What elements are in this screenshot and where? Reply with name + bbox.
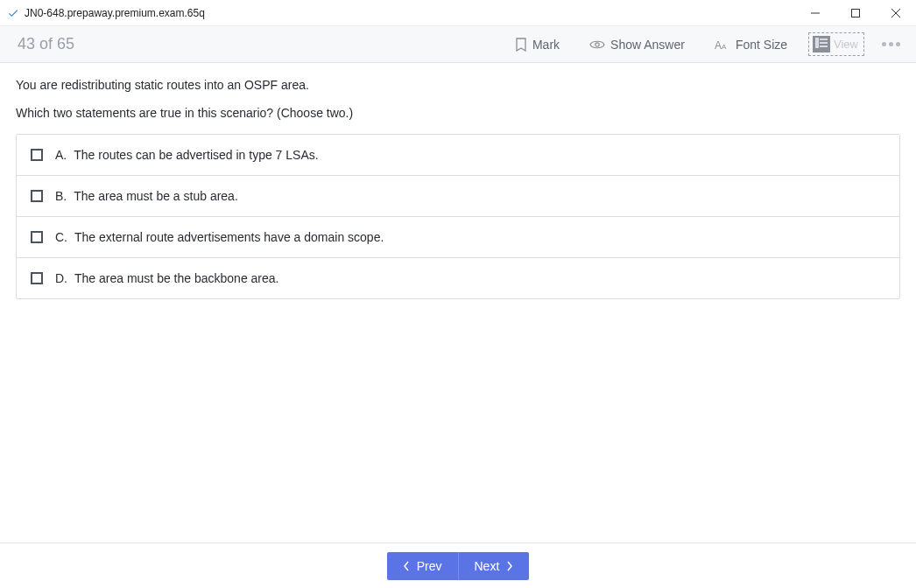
checkbox-icon[interactable] bbox=[31, 231, 43, 243]
app-logo-icon bbox=[7, 7, 19, 19]
answer-label: B.The area must be a stub area. bbox=[55, 189, 238, 203]
close-button[interactable] bbox=[876, 0, 916, 26]
minimize-button[interactable] bbox=[795, 0, 835, 26]
answer-label: A.The routes can be advertised in type 7… bbox=[55, 148, 319, 162]
footer: Prev Next bbox=[0, 542, 916, 588]
maximize-button[interactable] bbox=[835, 0, 876, 26]
answer-letter: C. bbox=[55, 230, 67, 244]
answer-text: The routes can be advertised in type 7 L… bbox=[74, 148, 318, 162]
mark-label: Mark bbox=[532, 38, 560, 52]
answer-letter: B. bbox=[55, 189, 67, 203]
close-icon bbox=[891, 9, 900, 18]
answer-letter: A. bbox=[55, 148, 67, 162]
question-line1: You are redistributing static routes int… bbox=[16, 75, 900, 94]
checkbox-icon[interactable] bbox=[31, 149, 43, 161]
checkbox-icon[interactable] bbox=[31, 272, 43, 284]
answer-option[interactable]: D.The area must be the backbone area. bbox=[17, 258, 899, 298]
answer-label: C.The external route advertisements have… bbox=[55, 230, 384, 244]
view-icon bbox=[815, 38, 828, 48]
view-button[interactable]: View bbox=[808, 32, 864, 56]
mark-button[interactable]: Mark bbox=[506, 32, 568, 57]
question-line2: Which two statements are true in this sc… bbox=[16, 103, 900, 122]
checkbox-icon[interactable] bbox=[31, 190, 43, 202]
chevron-left-icon bbox=[403, 561, 410, 571]
eye-icon bbox=[589, 38, 605, 51]
question-progress: 43 of 65 bbox=[18, 35, 506, 53]
dot-icon bbox=[882, 42, 886, 46]
titlebar: JN0-648.prepaway.premium.exam.65q bbox=[0, 0, 916, 26]
answer-label: D.The area must be the backbone area. bbox=[55, 271, 278, 285]
nav-buttons: Prev Next bbox=[387, 552, 530, 580]
svg-rect-5 bbox=[820, 38, 828, 40]
font-size-label: Font Size bbox=[736, 38, 787, 52]
answer-list: A.The routes can be advertised in type 7… bbox=[16, 134, 900, 299]
font-size-button[interactable]: AA Font Size bbox=[706, 32, 796, 57]
prev-label: Prev bbox=[417, 559, 442, 573]
svg-rect-0 bbox=[852, 9, 860, 17]
window-buttons bbox=[795, 0, 916, 26]
toolbar: 43 of 65 Mark Show Answer AA Font Size V… bbox=[0, 26, 916, 63]
maximize-icon bbox=[851, 9, 860, 18]
answer-option[interactable]: A.The routes can be advertised in type 7… bbox=[17, 135, 899, 176]
more-menu-button[interactable] bbox=[877, 37, 905, 52]
next-label: Next bbox=[475, 559, 500, 573]
answer-text: The area must be a stub area. bbox=[74, 189, 238, 203]
svg-text:A: A bbox=[715, 39, 722, 51]
svg-rect-7 bbox=[820, 46, 828, 47]
answer-letter: D. bbox=[55, 271, 67, 285]
question-content: You are redistributing static routes int… bbox=[0, 63, 916, 542]
svg-text:A: A bbox=[722, 43, 727, 51]
answer-option[interactable]: B.The area must be a stub area. bbox=[17, 176, 899, 217]
show-answer-label: Show Answer bbox=[610, 38, 685, 52]
svg-rect-4 bbox=[815, 38, 819, 48]
answer-option[interactable]: C.The external route advertisements have… bbox=[17, 217, 899, 258]
svg-point-1 bbox=[595, 42, 599, 46]
window-title: JN0-648.prepaway.premium.exam.65q bbox=[25, 7, 795, 19]
svg-rect-6 bbox=[820, 42, 828, 44]
answer-text: The area must be the backbone area. bbox=[74, 271, 278, 285]
answer-text: The external route advertisements have a… bbox=[74, 230, 384, 244]
chevron-right-icon bbox=[506, 561, 513, 571]
view-label: View bbox=[834, 38, 858, 51]
dot-icon bbox=[889, 42, 893, 46]
minimize-icon bbox=[811, 9, 820, 18]
show-answer-button[interactable]: Show Answer bbox=[581, 32, 694, 57]
bookmark-icon bbox=[515, 38, 527, 52]
prev-button[interactable]: Prev bbox=[387, 552, 459, 580]
font-size-icon: AA bbox=[715, 38, 730, 51]
next-button[interactable]: Next bbox=[459, 552, 530, 580]
dot-icon bbox=[896, 42, 900, 46]
